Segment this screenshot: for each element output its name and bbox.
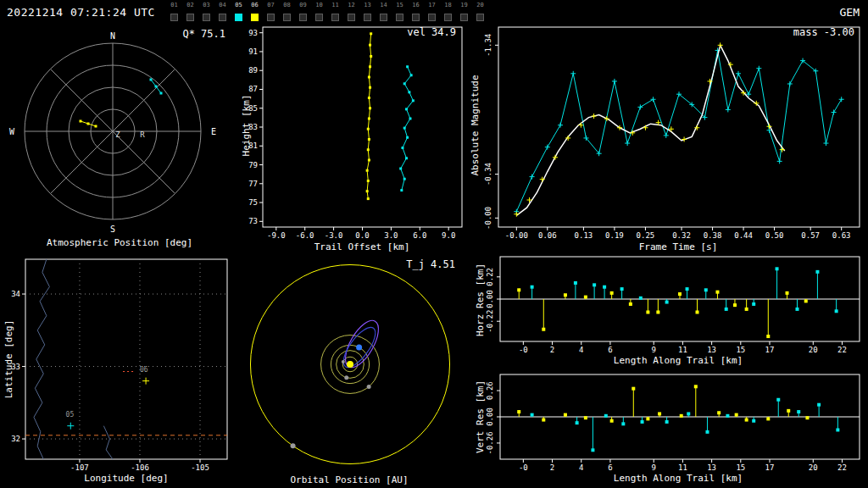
horz-ylabel: Horz Res [km] bbox=[475, 263, 486, 336]
chart-element: 9.0 bbox=[442, 231, 455, 240]
event-slot-number: 18 bbox=[440, 2, 456, 8]
chart-element bbox=[787, 409, 790, 413]
chart-element bbox=[347, 361, 353, 368]
event-slot-number: 02 bbox=[182, 2, 198, 8]
event-slot-06[interactable]: 06 bbox=[247, 2, 263, 25]
chart-element: W bbox=[9, 127, 15, 136]
event-slot-01[interactable]: 01 bbox=[166, 2, 182, 25]
chart-element bbox=[516, 50, 841, 211]
chart-element bbox=[401, 67, 414, 191]
chart-element: -0 bbox=[519, 346, 528, 354]
chart-element bbox=[80, 120, 82, 123]
chart-element bbox=[367, 197, 370, 200]
chart-element: 4 bbox=[579, 346, 583, 354]
chart-element: -105 bbox=[191, 463, 209, 472]
chart-element bbox=[603, 286, 606, 289]
event-slot-18[interactable]: 18 bbox=[440, 2, 456, 25]
chart-element: 13 bbox=[707, 463, 716, 472]
event-slots: 0102030405060708091011121314151617181920 bbox=[166, 2, 488, 25]
chart-element bbox=[591, 448, 594, 452]
event-slot-number: 13 bbox=[359, 2, 376, 8]
chart-element bbox=[408, 91, 410, 93]
event-slot-indicator bbox=[331, 14, 339, 21]
event-slot-15[interactable]: 15 bbox=[392, 2, 408, 25]
chart-element bbox=[50, 131, 113, 194]
event-slot-09[interactable]: 09 bbox=[295, 2, 311, 25]
event-slot-12[interactable]: 12 bbox=[343, 2, 359, 25]
tisserand-annotation: T_j 4.51 bbox=[370, 258, 455, 270]
chart-element bbox=[150, 79, 153, 81]
chart-element: -107 bbox=[70, 463, 89, 472]
magnitude-ylabel: Absolute Magnitude bbox=[470, 75, 481, 175]
event-slot-indicator bbox=[444, 14, 452, 21]
vert-xlabel: Length Along Trail [km] bbox=[614, 473, 743, 484]
event-slot-20[interactable]: 20 bbox=[472, 2, 488, 25]
event-slot-02[interactable]: 02 bbox=[182, 2, 198, 25]
chart-element: 0.44 bbox=[734, 231, 753, 240]
chart-element bbox=[835, 309, 838, 313]
chart-element bbox=[368, 158, 370, 161]
chart-element bbox=[665, 301, 669, 304]
chart-element bbox=[531, 413, 534, 417]
event-slot-number: 05 bbox=[231, 2, 247, 8]
chart-element bbox=[694, 385, 698, 388]
chart-element bbox=[369, 65, 371, 68]
chart-element bbox=[356, 345, 362, 351]
event-slot-number: 20 bbox=[472, 2, 488, 8]
event-slot-number: 06 bbox=[247, 2, 263, 8]
chart-element: 6.0 bbox=[413, 231, 426, 240]
chart-element bbox=[656, 310, 659, 313]
chart-element bbox=[696, 310, 699, 313]
chart-element bbox=[155, 86, 158, 88]
chart-element bbox=[366, 169, 369, 172]
vert-residuals-plot: -024691113151720220.260.00-0.26 bbox=[470, 369, 868, 475]
event-slot-08[interactable]: 08 bbox=[279, 2, 295, 25]
event-slot-number: 17 bbox=[424, 2, 440, 8]
chart-element: E bbox=[211, 127, 216, 136]
event-slot-number: 15 bbox=[392, 2, 408, 8]
chart-element: -0.22 bbox=[486, 310, 494, 333]
event-slot-07[interactable]: 07 bbox=[263, 2, 279, 25]
chart-element bbox=[805, 416, 809, 419]
magnitude-xlabel: Frame Time [s] bbox=[639, 241, 718, 252]
chart-element bbox=[745, 308, 748, 311]
event-slot-13[interactable]: 13 bbox=[359, 2, 376, 25]
event-slot-04[interactable]: 04 bbox=[214, 2, 231, 25]
chart-element bbox=[369, 44, 371, 47]
chart-element bbox=[817, 403, 821, 407]
chart-element bbox=[752, 302, 755, 306]
event-slot-19[interactable]: 19 bbox=[456, 2, 472, 25]
chart-element: 22 bbox=[837, 346, 847, 354]
chart-element bbox=[804, 299, 808, 302]
event-slot-number: 16 bbox=[408, 2, 424, 8]
chart-element bbox=[400, 189, 403, 191]
event-slot-14[interactable]: 14 bbox=[376, 2, 392, 25]
chart-element: 20 bbox=[809, 463, 818, 472]
chart-element bbox=[678, 292, 682, 296]
event-slot-indicator bbox=[186, 14, 194, 21]
event-slot-indicator bbox=[348, 14, 355, 21]
orbit-xlabel: Orbital Position [AU] bbox=[290, 474, 408, 485]
chart-element bbox=[665, 420, 669, 424]
chart-element bbox=[403, 178, 406, 180]
chart-element bbox=[715, 291, 719, 294]
chart-element bbox=[95, 125, 97, 128]
event-slot-11[interactable]: 11 bbox=[327, 2, 343, 25]
chart-element bbox=[531, 286, 534, 289]
chart-element bbox=[593, 283, 596, 286]
event-slot-05[interactable]: 05 bbox=[231, 2, 247, 25]
chart-element: -0 bbox=[519, 463, 528, 472]
event-slot-indicator bbox=[251, 14, 259, 21]
chart-element bbox=[629, 302, 632, 306]
event-slot-17[interactable]: 17 bbox=[424, 2, 440, 25]
chart-element bbox=[87, 123, 90, 125]
event-slot-number: 14 bbox=[376, 2, 392, 8]
event-slot-10[interactable]: 10 bbox=[311, 2, 327, 25]
chart-element bbox=[836, 428, 839, 431]
chart-element bbox=[658, 412, 661, 415]
trail-offset-plot: -9.0-6.0-3.00.03.06.09.07375777981838587… bbox=[237, 24, 462, 246]
chart-element bbox=[403, 127, 406, 130]
event-slot-indicator bbox=[412, 14, 420, 21]
event-slot-16[interactable]: 16 bbox=[408, 2, 424, 25]
event-slot-03[interactable]: 03 bbox=[198, 2, 214, 25]
